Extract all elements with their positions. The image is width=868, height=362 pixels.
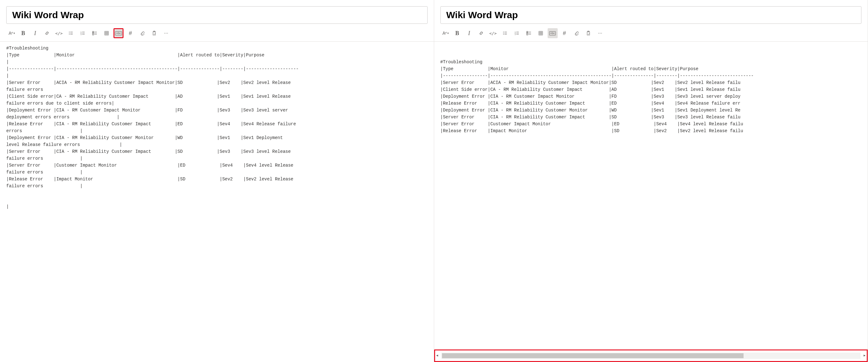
table-button[interactable]: [101, 28, 112, 38]
link-icon: [479, 31, 484, 36]
scroll-left-arrow[interactable]: ◀: [436, 352, 438, 359]
format-text-icon: [8, 31, 13, 36]
paste-button[interactable]: [149, 28, 159, 38]
code-icon: </>: [489, 31, 497, 36]
word-wrap-icon: Abc: [549, 31, 556, 35]
hash-icon: #: [129, 30, 132, 37]
italic-icon: I: [34, 30, 36, 37]
svg-rect-7: [92, 33, 94, 34]
bulleted-list-button[interactable]: [66, 28, 76, 38]
code-button[interactable]: </>: [54, 28, 64, 38]
bold-button[interactable]: B: [18, 28, 28, 38]
more-button[interactable]: ···: [161, 28, 171, 38]
svg-point-1: [69, 33, 70, 34]
scrollbar-thumb[interactable]: [442, 353, 744, 358]
svg-rect-9: [105, 31, 108, 35]
svg-point-0: [69, 32, 70, 32]
svg-point-12: [503, 32, 504, 32]
checklist-button[interactable]: [524, 28, 534, 38]
bold-icon: B: [455, 30, 459, 37]
format-text-button[interactable]: ▾: [440, 28, 451, 38]
editor-content-left[interactable]: #Troubleshooting |Type |Monitor |Alert r…: [0, 42, 434, 362]
editor-toolbar: ▾ B I </> 123 Abc # ···: [0, 26, 434, 42]
bold-button[interactable]: B: [452, 28, 462, 38]
numbered-list-icon: 123: [515, 31, 520, 36]
paperclip-icon: [140, 31, 145, 36]
code-icon: </>: [55, 31, 62, 36]
horizontal-scrollbar-highlight: ◀ ▶: [434, 350, 868, 362]
clipboard-icon: [152, 31, 157, 36]
svg-rect-19: [527, 33, 528, 34]
link-icon: [44, 31, 50, 36]
checklist-icon: [526, 31, 531, 36]
bulleted-list-icon: [502, 31, 507, 36]
more-icon: ···: [164, 30, 168, 36]
scrollbar-track[interactable]: [441, 353, 861, 359]
table-button[interactable]: [536, 28, 546, 38]
svg-rect-20: [527, 34, 528, 35]
heading-button[interactable]: #: [560, 28, 569, 38]
scroll-right-arrow[interactable]: ▶: [864, 352, 866, 359]
page-title-input[interactable]: [446, 10, 856, 20]
svg-text:3: 3: [515, 34, 516, 35]
editor-content-right[interactable]: #Troubleshooting |Type |Monitor |Alert r…: [434, 42, 868, 362]
numbered-list-button[interactable]: 123: [512, 28, 522, 38]
numbered-list-button[interactable]: 123: [78, 28, 88, 38]
paperclip-icon: [574, 31, 579, 36]
chevron-down-icon: ▾: [447, 32, 449, 35]
link-button[interactable]: [42, 28, 52, 38]
word-wrap-button[interactable]: Abc: [548, 28, 558, 38]
table-icon: [104, 31, 109, 36]
format-text-icon: [442, 31, 447, 36]
bold-icon: B: [21, 30, 25, 37]
title-field-container: [6, 6, 428, 24]
right-pane: ▾ B I </> 123 Abc # ··· #Troubl: [434, 0, 868, 362]
table-icon: [538, 31, 543, 36]
svg-point-13: [503, 33, 504, 34]
left-pane: ▾ B I </> 123 Abc # ··· #Troubleshoo: [0, 0, 434, 362]
svg-text:3: 3: [81, 34, 82, 35]
link-button[interactable]: [476, 28, 486, 38]
more-icon: ···: [598, 30, 602, 36]
attach-button[interactable]: [571, 28, 582, 38]
paste-button[interactable]: [583, 28, 593, 38]
svg-point-2: [69, 34, 70, 35]
clipboard-icon: [586, 31, 591, 36]
bulleted-list-icon: [68, 31, 73, 36]
chevron-down-icon: ▾: [13, 32, 15, 35]
format-text-button[interactable]: ▾: [6, 28, 16, 38]
svg-rect-21: [539, 31, 542, 35]
italic-icon: I: [468, 30, 470, 37]
attach-button[interactable]: [137, 28, 147, 38]
editor-toolbar: ▾ B I </> 123 Abc # ···: [434, 26, 868, 42]
bulleted-list-button[interactable]: [500, 28, 510, 38]
checklist-icon: [92, 31, 97, 36]
italic-button[interactable]: I: [30, 28, 40, 38]
heading-button[interactable]: #: [125, 28, 135, 38]
italic-button[interactable]: I: [464, 28, 474, 38]
code-button[interactable]: </>: [488, 28, 498, 38]
word-wrap-icon: Abc: [115, 31, 122, 35]
hash-icon: #: [563, 30, 566, 37]
word-wrap-button[interactable]: Abc: [114, 28, 124, 38]
svg-rect-8: [92, 34, 94, 35]
checklist-button[interactable]: [90, 28, 100, 38]
title-field-container: [440, 6, 862, 24]
numbered-list-icon: 123: [80, 31, 85, 36]
more-button[interactable]: ···: [595, 28, 605, 38]
page-title-input[interactable]: [12, 10, 422, 20]
svg-point-14: [503, 34, 504, 35]
